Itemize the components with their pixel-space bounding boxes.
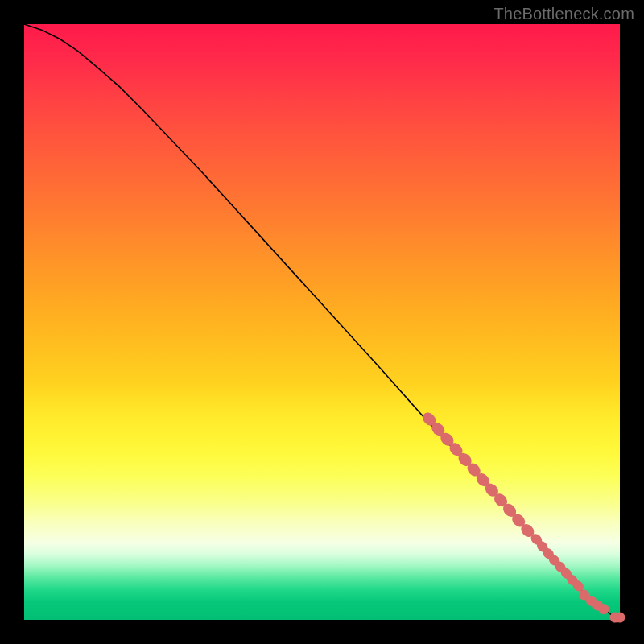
data-point: [599, 604, 609, 614]
watermark-text: TheBottleneck.com: [493, 5, 634, 23]
chart-overlay: [24, 24, 620, 620]
chart-frame: TheBottleneck.com: [0, 0, 644, 644]
data-point: [615, 613, 625, 623]
scatter-points: [420, 410, 625, 622]
plot-area: [24, 24, 620, 620]
